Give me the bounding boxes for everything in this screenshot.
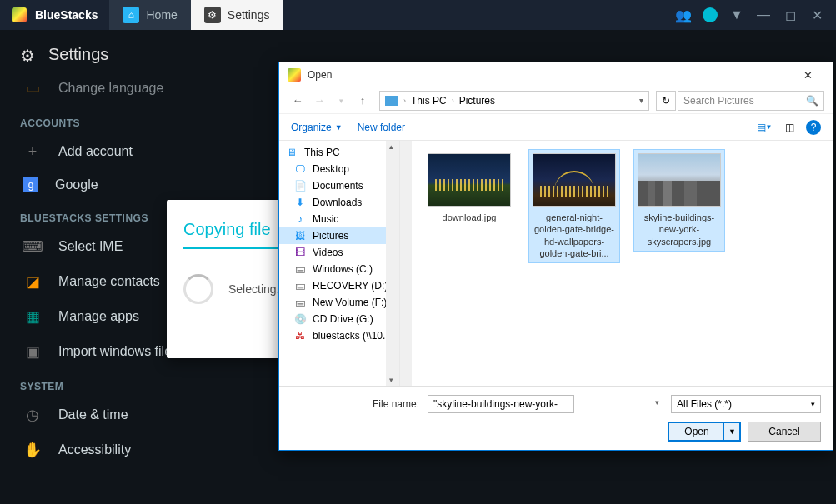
splitter[interactable]	[400, 141, 412, 386]
file-name-input[interactable]	[428, 395, 574, 413]
file-name-label: File name:	[373, 398, 419, 410]
file-tile[interactable]: download.jpg	[423, 149, 515, 227]
tree-windows-c[interactable]: 🖴Windows (C:)	[279, 261, 399, 277]
thumbnail-icon	[638, 153, 721, 207]
search-icon: 🔍	[806, 95, 818, 107]
pc-icon	[385, 96, 398, 106]
titlebar-controls: 👥 ▼ — ◻ ✕	[676, 7, 836, 22]
dialog-toolbar: Organize ▼ New folder ▤ ▼ ◫ ?	[279, 114, 833, 141]
gear-icon: ⚙	[20, 46, 38, 64]
notification-icon[interactable]	[703, 7, 718, 22]
breadcrumb-root[interactable]: This PC	[411, 95, 447, 107]
setting-label: Change language	[58, 81, 163, 96]
search-placeholder: Search Pictures	[683, 95, 754, 107]
dialog-nav: ← → ▾ ↑ › This PC › Pictures ▾ ↻ Search …	[279, 87, 833, 114]
setting-label: Select IME	[58, 239, 123, 254]
copying-status: Selecting...	[228, 282, 286, 296]
tree-videos[interactable]: 🎞Videos	[279, 244, 399, 261]
network-drive-icon: 🖧	[293, 330, 308, 342]
thumbnail-icon	[533, 153, 616, 207]
tree-bluestacks-net[interactable]: 🖧bluestacks (\\10...	[279, 327, 399, 344]
tree-cd-drive-g[interactable]: 💿CD Drive (G:)	[279, 311, 399, 327]
file-name: general-night-golden-gate-bridge-hd-wall…	[533, 212, 616, 259]
file-tile[interactable]: general-night-golden-gate-bridge-hd-wall…	[528, 149, 620, 263]
file-name: skyline-buildings-new-york-skyscrapers.j…	[638, 212, 721, 247]
tab-home-label: Home	[146, 8, 177, 22]
new-folder-button[interactable]: New folder	[358, 122, 405, 133]
flag-icon: ▭	[23, 79, 42, 97]
tree-this-pc[interactable]: 🖥This PC	[279, 144, 399, 161]
drive-icon: 🖴	[293, 297, 308, 308]
tree-desktop[interactable]: 🖵Desktop	[279, 161, 399, 177]
nav-recent-button[interactable]: ▾	[331, 91, 351, 111]
preview-pane-button[interactable]: ◫	[781, 121, 798, 134]
address-dropdown-icon[interactable]: ▾	[639, 96, 643, 105]
help-icon[interactable]: ?	[806, 120, 821, 135]
videos-icon: 🎞	[293, 247, 308, 258]
cancel-button[interactable]: Cancel	[748, 422, 821, 442]
tree-documents[interactable]: 📄Documents	[279, 177, 399, 194]
tab-home[interactable]: ⌂ Home	[109, 0, 190, 30]
split-dropdown-icon[interactable]: ▼	[728, 427, 736, 436]
titlebar: BlueStacks ⌂ Home ⚙ Settings 👥 ▼ — ◻ ✕	[0, 0, 836, 30]
nav-forward-button[interactable]: →	[309, 91, 329, 111]
nav-up-button[interactable]: ↑	[353, 91, 373, 111]
breadcrumb-folder[interactable]: Pictures	[459, 95, 495, 107]
import-icon: ▣	[23, 342, 42, 361]
organize-button[interactable]: Organize ▼	[291, 122, 343, 133]
setting-label: Google	[55, 177, 98, 192]
users-icon[interactable]: 👥	[676, 7, 691, 22]
tree-music[interactable]: ♪Music	[279, 211, 399, 227]
thumbnail-icon	[428, 153, 511, 207]
google-icon: g	[23, 177, 38, 192]
chevron-down-icon: ▼	[335, 123, 343, 132]
dialog-close-button[interactable]: ✕	[791, 69, 824, 82]
app-name: BlueStacks	[35, 8, 98, 22]
tree-pictures[interactable]: 🖼Pictures	[279, 227, 399, 244]
tree-downloads[interactable]: ⬇Downloads	[279, 194, 399, 211]
address-bar[interactable]: › This PC › Pictures ▾	[379, 91, 649, 111]
dialog-title: Open	[308, 69, 332, 81]
hand-icon: ✋	[23, 441, 42, 459]
plus-icon: +	[23, 142, 42, 161]
setting-label: Add account	[58, 144, 133, 159]
maximize-icon[interactable]: ◻	[783, 7, 798, 22]
search-input[interactable]: Search Pictures 🔍	[678, 91, 824, 111]
file-grid[interactable]: download.jpg general-night-golden-gate-b…	[412, 141, 833, 386]
app-logo-area: BlueStacks	[0, 7, 109, 22]
dialog-titlebar[interactable]: Open ✕	[279, 62, 833, 87]
refresh-button[interactable]: ↻	[656, 91, 676, 111]
music-icon: ♪	[293, 213, 308, 225]
drive-icon: 🖴	[293, 263, 308, 275]
keyboard-icon: ⌨	[23, 237, 42, 256]
file-type-select[interactable]: All Files (*.*) ▾	[671, 395, 821, 413]
file-tile[interactable]: skyline-buildings-new-york-skyscrapers.j…	[633, 149, 725, 252]
setting-label: Date & time	[58, 407, 128, 422]
chevron-down-icon[interactable]: ▼	[729, 7, 744, 22]
minimize-icon[interactable]: —	[756, 7, 771, 22]
drive-icon: 🖴	[293, 280, 308, 292]
nav-back-button[interactable]: ←	[288, 91, 308, 111]
apps-icon: ▦	[23, 307, 42, 326]
chevron-right-icon: ›	[452, 97, 454, 105]
chevron-down-icon[interactable]: ▾	[655, 398, 659, 407]
pictures-icon: 🖼	[293, 230, 308, 242]
tree-recovery-d[interactable]: 🖴RECOVERY (D:)	[279, 277, 399, 294]
tree-new-volume-f[interactable]: 🖴New Volume (F:)	[279, 294, 399, 311]
clock-icon: ◷	[23, 406, 42, 424]
pc-icon: 🖥	[284, 147, 299, 158]
tab-settings[interactable]: ⚙ Settings	[191, 0, 283, 30]
setting-label: Manage apps	[58, 309, 139, 324]
open-button[interactable]: Open ▼	[668, 422, 741, 442]
setting-label: Manage contacts	[58, 274, 160, 289]
folder-tree[interactable]: 🖥This PC 🖵Desktop 📄Documents ⬇Downloads …	[279, 141, 400, 386]
documents-icon: 📄	[293, 180, 308, 192]
close-icon[interactable]: ✕	[809, 7, 824, 22]
gear-icon: ⚙	[204, 7, 221, 23]
dialog-body: 🖥This PC 🖵Desktop 📄Documents ⬇Downloads …	[279, 141, 833, 386]
view-mode-button[interactable]: ▤ ▼	[756, 121, 773, 134]
home-icon: ⌂	[123, 7, 139, 23]
tree-scrollbar[interactable]: ▴▾	[386, 141, 399, 386]
file-name: download.jpg	[428, 212, 511, 223]
setting-label: Accessibility	[58, 442, 131, 457]
